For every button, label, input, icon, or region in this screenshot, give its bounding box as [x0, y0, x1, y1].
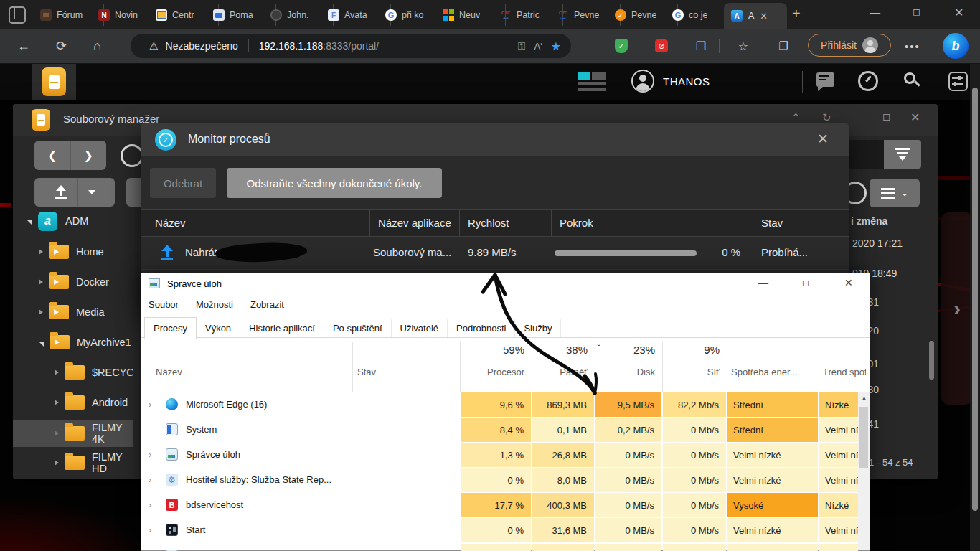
- new-tab-button[interactable]: +: [792, 6, 801, 22]
- tab-pospusteni[interactable]: Po spuštění: [324, 319, 392, 337]
- extensions-puzzle-icon[interactable]: ❒: [691, 36, 711, 56]
- tab-procesy[interactable]: Procesy: [144, 317, 197, 339]
- col-cpu-label[interactable]: Procesor: [461, 367, 524, 381]
- window-minimize-button[interactable]: —: [870, 6, 880, 18]
- maximize-icon[interactable]: ◻: [882, 110, 891, 122]
- expand-chevron-icon[interactable]: ›: [149, 474, 151, 485]
- pin-icon[interactable]: ⌃: [791, 111, 801, 124]
- tree-item-home[interactable]: Home: [13, 239, 133, 265]
- workspaces-icon[interactable]: [9, 6, 26, 24]
- refresh-icon[interactable]: ↻: [822, 111, 831, 124]
- tree-item-media[interactable]: Media: [13, 299, 133, 325]
- page-scrollbar[interactable]: [970, 63, 980, 551]
- minimize-icon[interactable]: —: [854, 110, 864, 123]
- tree-item-docker[interactable]: Docker: [13, 269, 133, 295]
- read-aloud-icon[interactable]: Aʹ: [534, 41, 542, 52]
- scroll-thumb[interactable]: [859, 407, 868, 468]
- adblock-icon[interactable]: ⊘: [651, 36, 672, 56]
- adguard-shield-icon[interactable]: ✓: [611, 36, 631, 56]
- more-menu-icon[interactable]: •••: [903, 36, 923, 56]
- col-speed[interactable]: Rychlost: [468, 217, 509, 229]
- col-status[interactable]: Stav: [761, 217, 783, 229]
- window-close-button[interactable]: ✕: [954, 6, 963, 19]
- back-forward-group[interactable]: ❮ ❯: [34, 141, 106, 170]
- view-mode-button[interactable]: ⌄: [870, 179, 920, 207]
- col-disk-label[interactable]: Disk: [595, 367, 655, 381]
- expanded-icon[interactable]: [39, 342, 44, 347]
- col-name[interactable]: Název: [155, 217, 186, 229]
- upload-split-button[interactable]: [34, 178, 115, 207]
- wallpaper-next-panel[interactable]: ›: [941, 212, 973, 405]
- menu-soubor[interactable]: Soubor: [149, 299, 179, 310]
- file-list-scrollbar[interactable]: [929, 341, 934, 380]
- username-label[interactable]: THANOS: [663, 75, 710, 88]
- collapsed-icon[interactable]: [55, 369, 59, 375]
- home-button[interactable]: ⌂: [93, 37, 101, 55]
- expand-chevron-icon[interactable]: ›: [149, 524, 151, 535]
- col-power-label[interactable]: Spotřeba ener...: [731, 367, 816, 381]
- tab-uzivatele[interactable]: Uživatelé: [392, 319, 448, 337]
- expand-chevron-icon[interactable]: ›: [149, 449, 151, 460]
- col-status-label[interactable]: Stav: [357, 367, 429, 381]
- tm-maximize-icon[interactable]: ◻: [802, 278, 809, 288]
- forward-icon[interactable]: ❯: [71, 149, 107, 162]
- address-bar[interactable]: ⚠ Nezabezpečeno 192.168.1.188:8333/porta…: [131, 34, 571, 58]
- search-filter-button[interactable]: [884, 140, 921, 169]
- process-row-edge[interactable]: › Microsoft Edge (16) 9,6 % 869,3 MB 9,5…: [141, 392, 859, 418]
- menu-zobrazit[interactable]: Zobrazit: [250, 299, 284, 310]
- remove-button[interactable]: Odebrat: [150, 168, 216, 198]
- file-manager-taskbar-tile[interactable]: [32, 63, 76, 100]
- tab-podrobnosti[interactable]: Podrobnosti: [448, 319, 515, 337]
- col-progress[interactable]: Pokrok: [560, 217, 593, 229]
- system-monitor-gauge-icon[interactable]: [858, 71, 878, 91]
- collapsed-icon[interactable]: [55, 460, 59, 466]
- expanded-icon[interactable]: [27, 220, 32, 225]
- notifications-icon[interactable]: [816, 72, 834, 87]
- tree-item-filmyhd[interactable]: FILMY HD: [13, 450, 133, 476]
- expand-chevron-icon[interactable]: ›: [149, 399, 151, 410]
- page-scroll-thumb[interactable]: [972, 88, 978, 511]
- window-switcher-icon[interactable]: [578, 72, 606, 92]
- tab-sluzby[interactable]: Služby: [515, 319, 561, 337]
- remove-all-button[interactable]: Odstraňte všechny dokončené úkoly.: [227, 168, 442, 198]
- process-row-system[interactable]: System 8,4 % 0,1 MB 0,2 MB/s 0 Mb/s Stře…: [141, 418, 859, 443]
- collapsed-icon[interactable]: [39, 249, 43, 255]
- preferences-sliders-icon[interactable]: [948, 72, 968, 91]
- tree-item-myarchive1[interactable]: MyArchive1: [13, 329, 133, 355]
- task-row[interactable]: Nahrát: Souborový ma... 9.89 MB/s 0 % Pr…: [141, 237, 849, 270]
- col-memory-label[interactable]: Paměť: [532, 367, 588, 381]
- window-maximize-button[interactable]: ◻: [913, 6, 920, 17]
- dialog-close-icon[interactable]: ✕: [817, 131, 829, 147]
- process-row-bdservicehost[interactable]: › B bdservicehost 17,7 % 400,3 MB 0 MB/s…: [141, 493, 859, 518]
- favorites-icon[interactable]: ☆: [733, 36, 753, 56]
- collapsed-icon[interactable]: [39, 279, 43, 285]
- process-row-taskmgr[interactable]: › Správce úloh 1,3 % 26,8 MB 0 MB/s 0 Mb…: [141, 443, 859, 468]
- close-icon[interactable]: ✕: [910, 110, 920, 124]
- search-icon[interactable]: [903, 71, 923, 91]
- collapsed-icon[interactable]: [55, 430, 59, 436]
- tree-item-adm[interactable]: a ADM: [13, 208, 133, 234]
- key-icon[interactable]: ⚿: [518, 40, 526, 52]
- browser-tab-active[interactable]: A A ✕: [724, 3, 787, 29]
- collections-icon[interactable]: ❐: [773, 36, 793, 56]
- process-row-partial[interactable]: [141, 544, 859, 551]
- col-app[interactable]: Název aplikace: [378, 217, 451, 229]
- tree-item-filmy4k[interactable]: FILMY 4K: [13, 420, 133, 446]
- collapsed-icon[interactable]: [39, 309, 43, 315]
- scroll-up-icon[interactable]: ▲: [861, 395, 867, 402]
- user-avatar-icon[interactable]: [631, 70, 654, 93]
- tm-close-icon[interactable]: ✕: [844, 277, 853, 288]
- tm-minimize-icon[interactable]: —: [758, 277, 768, 288]
- col-trend-label[interactable]: Trend spotř: [823, 367, 866, 381]
- tree-item-recycle[interactable]: $RECYCLE: [13, 359, 133, 385]
- back-icon[interactable]: ❮: [34, 149, 70, 162]
- bookmark-star-icon[interactable]: ★: [551, 39, 561, 53]
- process-row-svchost[interactable]: › ⚙ Hostitel služby: Služba State Rep...…: [141, 468, 859, 493]
- tm-titlebar[interactable]: Správce úloh — ◻ ✕: [141, 273, 870, 295]
- back-button[interactable]: ←: [17, 37, 30, 55]
- menu-moznosti[interactable]: Možnosti: [196, 299, 233, 310]
- refresh-button[interactable]: ⟳: [56, 37, 67, 55]
- expand-chevron-icon[interactable]: ›: [149, 499, 151, 510]
- signin-button[interactable]: Přihlásit: [808, 34, 891, 57]
- col-network-label[interactable]: Síť: [663, 367, 720, 381]
